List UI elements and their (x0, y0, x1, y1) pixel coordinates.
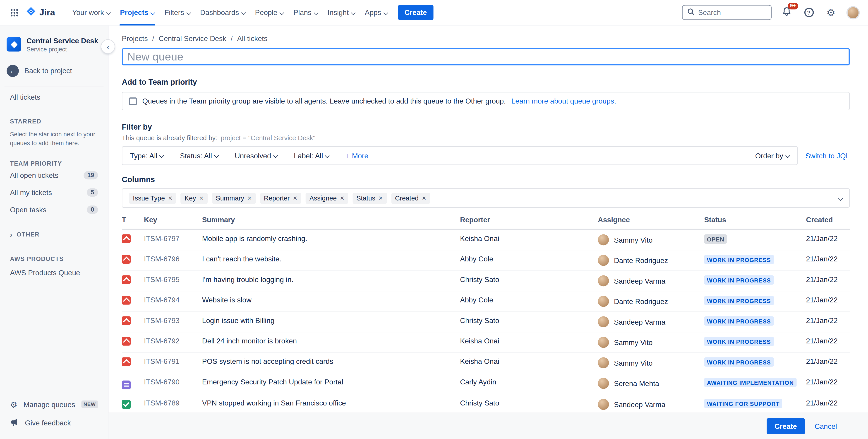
filter-resolution-dropdown[interactable]: Unresolved (235, 151, 277, 160)
col-header-status[interactable]: Status (704, 215, 806, 224)
queue-name-input[interactable] (122, 48, 850, 65)
nav-plans[interactable]: Plans (288, 0, 322, 25)
table-row[interactable]: ITSM-6797 Mobile app is randomly crashin… (122, 230, 850, 250)
chevron-down-icon (159, 153, 164, 158)
issue-key[interactable]: ITSM-6795 (144, 275, 202, 284)
issue-key[interactable]: ITSM-6793 (144, 316, 202, 325)
nav-dashboards[interactable]: Dashboards (195, 0, 250, 25)
issue-summary[interactable]: Dell 24 inch monitor is broken (202, 337, 460, 346)
sidebar-collapse-button[interactable]: ‹ (101, 40, 115, 53)
settings-button[interactable]: ⚙ (824, 5, 838, 20)
issue-summary[interactable]: VPN stopped working in San Francisco off… (202, 399, 460, 408)
table-row[interactable]: ITSM-6792 Dell 24 inch monitor is broken… (122, 332, 850, 353)
jira-logo[interactable]: Jira (25, 6, 55, 19)
breadcrumb-project[interactable]: Central Service Desk (159, 34, 226, 43)
give-feedback-button[interactable]: Give feedback (6, 413, 101, 433)
other-section-toggle[interactable]: › OTHER (10, 230, 40, 238)
filter-type-dropdown[interactable]: Type: All (130, 151, 163, 160)
help-button[interactable]: ? (802, 5, 816, 20)
col-header-reporter[interactable]: Reporter (460, 215, 598, 224)
table-row[interactable]: ITSM-6796 I can't reach the website. Abb… (122, 250, 850, 271)
remove-column-icon[interactable]: × (340, 194, 344, 202)
incident-icon (122, 357, 131, 366)
chevron-down-icon (383, 10, 388, 15)
issue-summary[interactable]: I can't reach the website. (202, 255, 460, 264)
table-row[interactable]: ITSM-6790 Emergency Security Patch Updat… (122, 373, 850, 394)
col-header-type[interactable]: T (122, 215, 144, 224)
manage-queues-button[interactable]: ⚙ Manage queues NEW (6, 396, 101, 413)
nav-projects[interactable]: Projects (115, 0, 159, 25)
table-row[interactable]: ITSM-6789 VPN stopped working in San Fra… (122, 394, 850, 412)
issue-summary[interactable]: Website is slow (202, 296, 460, 305)
global-search[interactable] (682, 5, 772, 20)
profile-button[interactable] (846, 5, 860, 20)
remove-column-icon[interactable]: × (199, 194, 204, 202)
queue-groups-link[interactable]: Learn more about queue groups. (512, 97, 616, 105)
remove-column-icon[interactable]: × (168, 194, 173, 202)
more-filters-button[interactable]: + More (346, 151, 368, 160)
global-create-button[interactable]: Create (398, 5, 434, 20)
filter-bar: Type: All Status: All Unresolved Label: … (122, 146, 798, 165)
breadcrumb-projects[interactable]: Projects (122, 34, 148, 43)
table-row[interactable]: ITSM-6791 POS system is not accepting cr… (122, 353, 850, 373)
issue-key[interactable]: ITSM-6794 (144, 296, 202, 304)
remove-column-icon[interactable]: × (247, 194, 252, 202)
nav-apps[interactable]: Apps (360, 0, 392, 25)
notifications-button[interactable]: 9+ (779, 5, 794, 20)
create-queue-button[interactable]: Create (767, 418, 805, 434)
issue-key[interactable]: ITSM-6792 (144, 337, 202, 345)
table-row[interactable]: ITSM-6795 I'm having trouble logging in.… (122, 271, 850, 291)
app-switcher-icon[interactable] (8, 6, 21, 19)
nav-your-work[interactable]: Your work (67, 0, 115, 25)
service-request-icon (122, 400, 131, 409)
team-priority-section-header: TEAM PRIORITY (10, 160, 98, 167)
chevron-down-icon (273, 153, 278, 158)
order-by-dropdown[interactable]: Order by (755, 151, 789, 160)
remove-column-icon[interactable]: × (293, 194, 297, 202)
cancel-button[interactable]: Cancel (814, 422, 837, 430)
sidebar-item-all-my-tickets[interactable]: All my tickets 5 (6, 184, 101, 201)
nav-insight[interactable]: Insight (322, 0, 360, 25)
issue-summary[interactable]: I'm having trouble logging in. (202, 275, 460, 285)
topnav-right: 9+ ? ⚙ (682, 5, 860, 20)
back-to-project[interactable]: ← Back to project (6, 64, 101, 77)
col-header-assignee[interactable]: Assignee (598, 215, 704, 224)
issue-key[interactable]: ITSM-6796 (144, 255, 202, 263)
col-header-key[interactable]: Key (144, 215, 202, 224)
table-row[interactable]: ITSM-6794 Website is slow Abby Cole Dant… (122, 291, 850, 312)
issue-summary[interactable]: Emergency Security Patch Update for Port… (202, 378, 460, 387)
chevron-down-icon (279, 10, 284, 15)
issue-summary[interactable]: POS system is not accepting credit cards (202, 357, 460, 367)
sidebar-item-aws-products-queue[interactable]: AWS Products Queue (6, 264, 101, 281)
issue-key[interactable]: ITSM-6789 (144, 399, 202, 407)
col-header-summary[interactable]: Summary (202, 215, 460, 224)
change-icon (122, 381, 131, 389)
col-header-created[interactable]: Created (806, 215, 850, 224)
breadcrumb-all-tickets[interactable]: All tickets (237, 34, 267, 43)
team-priority-checkbox[interactable] (129, 97, 137, 105)
issue-key[interactable]: ITSM-6790 (144, 378, 202, 386)
columns-select[interactable]: Issue Type× Key× Summary× Reporter× Assi… (122, 188, 850, 208)
issue-key[interactable]: ITSM-6791 (144, 357, 202, 365)
filter-status-dropdown[interactable]: Status: All (180, 151, 218, 160)
issue-key[interactable]: ITSM-6797 (144, 234, 202, 243)
issue-summary[interactable]: Login issue with Billing (202, 316, 460, 325)
nav-filters[interactable]: Filters (159, 0, 195, 25)
megaphone-icon (10, 417, 19, 428)
incident-icon (122, 316, 131, 325)
sidebar-item-all-open-tickets[interactable]: All open tickets 19 (6, 167, 101, 184)
sidebar-item-open-tasks[interactable]: Open tasks 0 (6, 201, 101, 218)
issue-summary[interactable]: Mobile app is randomly crashing. (202, 234, 460, 243)
assignee-avatar (598, 399, 609, 410)
remove-column-icon[interactable]: × (378, 194, 383, 202)
table-row[interactable]: ITSM-6793 Login issue with Billing Chris… (122, 312, 850, 332)
remove-column-icon[interactable]: × (422, 194, 426, 202)
chevron-down-icon[interactable] (836, 193, 842, 203)
nav-people[interactable]: People (250, 0, 288, 25)
sidebar-item-all-tickets[interactable]: All tickets (6, 88, 101, 106)
team-priority-heading: Add to Team priority (122, 78, 850, 86)
filter-label-dropdown[interactable]: Label: All (294, 151, 329, 160)
switch-to-jql-link[interactable]: Switch to JQL (805, 151, 850, 160)
search-input[interactable] (698, 8, 767, 17)
issue-reporter: Abby Cole (460, 255, 598, 263)
